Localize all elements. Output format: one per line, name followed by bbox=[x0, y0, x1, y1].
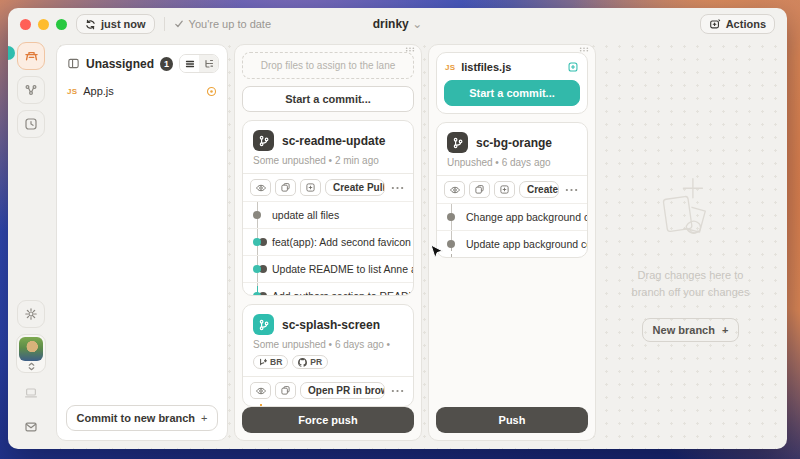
sidebar-item-workspace[interactable] bbox=[17, 42, 45, 70]
new-branch-label: New branch bbox=[653, 324, 715, 336]
actions-icon bbox=[709, 18, 721, 30]
commit-dot-diverged bbox=[253, 265, 261, 273]
panel-split-icon bbox=[67, 57, 80, 70]
commit-dot-local bbox=[253, 211, 261, 219]
device-button[interactable] bbox=[17, 379, 45, 407]
mail-icon bbox=[24, 420, 38, 434]
branch-meta: Unpushed • 6 days ago bbox=[447, 157, 577, 168]
assign-add-icon[interactable] bbox=[567, 61, 579, 73]
unassigned-panel: Unassigned 1 JS App.js bbox=[56, 44, 228, 441]
lane-drag-handle-icon[interactable] bbox=[579, 47, 589, 52]
branch-badge-icon bbox=[253, 130, 274, 151]
actions-button[interactable]: Actions bbox=[700, 14, 775, 34]
commit-row[interactable]: update all files bbox=[243, 201, 413, 228]
review-eye-button[interactable] bbox=[250, 179, 271, 196]
branch-name[interactable]: sc-bg-orange bbox=[476, 136, 552, 150]
branch-canvas[interactable]: Drag changes here to branch off your cha… bbox=[602, 44, 779, 441]
commit-list: update all files feat(app): Add second f… bbox=[243, 201, 413, 296]
laptop-icon bbox=[24, 386, 38, 400]
branch-changes-button[interactable] bbox=[469, 181, 490, 198]
commit-dot-local bbox=[447, 213, 455, 221]
commit-row[interactable]: Change app background color t... bbox=[437, 203, 587, 230]
branch-more-menu-button[interactable] bbox=[563, 188, 580, 192]
force-push-button[interactable]: Force push bbox=[242, 407, 414, 433]
file-dropzone[interactable]: Drop files to assign to the lane bbox=[242, 52, 414, 79]
branch-meta: Some unpushed • 2 min ago bbox=[253, 155, 403, 166]
commit-line-tail bbox=[257, 286, 258, 295]
commit-list: Change app background color t... Update … bbox=[437, 203, 587, 257]
github-icon bbox=[298, 358, 307, 367]
sync-status-button[interactable]: just now bbox=[76, 14, 155, 34]
commit-row[interactable]: Update README to list Anne as pr... bbox=[243, 255, 413, 282]
unassigned-header: Unassigned 1 bbox=[57, 45, 227, 80]
profile-switcher[interactable] bbox=[16, 334, 46, 373]
lane-drag-handle-icon[interactable] bbox=[405, 47, 415, 52]
create-pull-request-button[interactable]: Create Pull Request bbox=[325, 179, 385, 196]
js-file-icon: JS bbox=[67, 87, 77, 96]
titlebar: just now You're up to date drinky ⌄ Acti… bbox=[8, 8, 787, 40]
branch-br-badge[interactable]: BR bbox=[253, 355, 288, 369]
commit-line-dashed-tail bbox=[451, 248, 452, 257]
stack-lane-2: JS listfiles.js Start a commit... bbox=[428, 44, 596, 441]
branch-more-menu-button[interactable] bbox=[389, 186, 406, 190]
commit-message: feat(app): Add second favicon to ... bbox=[272, 236, 413, 248]
branch-more-menu-button[interactable] bbox=[389, 389, 406, 393]
commit-row[interactable]: Update app background color t... bbox=[437, 230, 587, 257]
start-commit-button[interactable]: Start a commit... bbox=[242, 86, 414, 112]
drag-hint-line1: Drag changes here to bbox=[632, 267, 750, 284]
traffic-lights bbox=[20, 19, 67, 30]
sidebar-rail bbox=[8, 40, 54, 449]
branch-card-sc-bg-orange: sc-bg-orange Unpushed • 6 days ago bbox=[436, 122, 588, 258]
sidebar-item-branches[interactable] bbox=[17, 76, 45, 104]
branch-card-sc-splash-screen: sc-splash-screen Some unpushed • 6 days … bbox=[242, 304, 414, 407]
push-button[interactable]: Push bbox=[436, 407, 588, 433]
branch-badge-icon bbox=[447, 132, 468, 153]
add-dependent-branch-button[interactable] bbox=[300, 179, 321, 196]
sidebar-item-history[interactable] bbox=[17, 110, 45, 138]
add-dependent-branch-button[interactable] bbox=[494, 181, 515, 198]
branch-actions: Create Pull Req... bbox=[437, 175, 587, 203]
branch-card-sc-readme-update: sc-readme-update Some unpushed • 2 min a… bbox=[242, 120, 414, 296]
commit-row[interactable]: feat(app): Add second favicon to ... bbox=[243, 228, 413, 255]
create-pr-label: Create Pull Req... bbox=[527, 184, 559, 195]
file-row-appjs[interactable]: JS App.js bbox=[57, 80, 227, 102]
minimize-window-button[interactable] bbox=[38, 19, 49, 30]
file-name: App.js bbox=[83, 85, 114, 97]
review-eye-button[interactable] bbox=[250, 382, 271, 399]
assigned-file-card: JS listfiles.js Start a commit... bbox=[436, 52, 588, 114]
file-row-listfilesjs[interactable]: JS listfiles.js bbox=[444, 58, 580, 78]
commit-message: Update app background color t... bbox=[466, 238, 587, 250]
unassigned-count-badge: 1 bbox=[160, 57, 173, 71]
open-pr-in-browser-button[interactable]: Open PR in browser bbox=[300, 382, 385, 399]
close-window-button[interactable] bbox=[20, 19, 31, 30]
branch-changes-button[interactable] bbox=[275, 179, 296, 196]
create-pull-request-button[interactable]: Create Pull Req... bbox=[519, 181, 559, 198]
check-icon bbox=[174, 19, 184, 29]
review-eye-button[interactable] bbox=[444, 181, 465, 198]
commit-to-new-branch-label: Commit to new branch bbox=[77, 412, 196, 424]
list-view-toggle[interactable] bbox=[180, 55, 199, 72]
chevron-down-icon: ⌄ bbox=[412, 17, 422, 31]
tree-view-toggle[interactable] bbox=[199, 55, 218, 72]
branch-pr-badge[interactable]: PR bbox=[292, 355, 328, 369]
stack-lane-1: Drop files to assign to the lane Start a… bbox=[234, 44, 422, 441]
drag-illustration-icon bbox=[648, 173, 734, 253]
commit-to-new-branch-button[interactable]: Commit to new branch + bbox=[66, 405, 218, 431]
branch-actions: Open PR in browser bbox=[243, 376, 413, 404]
sync-label: just now bbox=[101, 18, 146, 30]
feedback-button[interactable] bbox=[17, 413, 45, 441]
commit-line-orange bbox=[260, 404, 262, 407]
branch-changes-button[interactable] bbox=[275, 382, 296, 399]
branch-name[interactable]: sc-splash-screen bbox=[282, 318, 380, 332]
zoom-window-button[interactable] bbox=[56, 19, 67, 30]
chevron-updown-icon bbox=[27, 362, 36, 371]
new-branch-button[interactable]: New branch + bbox=[642, 318, 740, 342]
settings-button[interactable] bbox=[17, 300, 45, 328]
commit-row[interactable]: Add authors section to README file bbox=[243, 282, 413, 296]
branch-name[interactable]: sc-readme-update bbox=[282, 134, 385, 148]
start-commit-button[interactable]: Start a commit... bbox=[444, 80, 580, 106]
br-label: BR bbox=[270, 357, 282, 367]
js-file-icon: JS bbox=[445, 63, 455, 72]
commit-message: Update README to list Anne as pr... bbox=[272, 263, 413, 275]
branch-meta: Some unpushed • 6 days ago • bbox=[253, 339, 403, 350]
